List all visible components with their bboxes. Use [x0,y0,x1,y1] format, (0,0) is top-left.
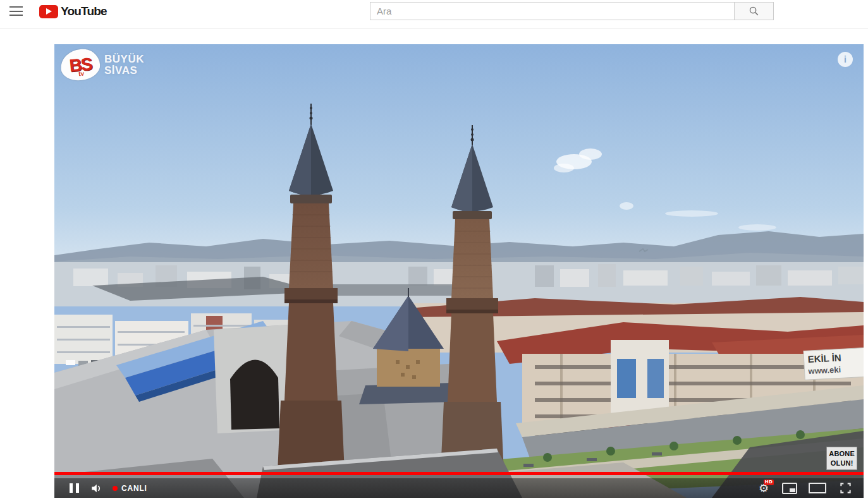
volume-icon [90,482,102,495]
player-controls: CANLI ⚙ HD [54,478,864,498]
search-icon [749,6,759,16]
volume-button[interactable] [85,478,107,498]
top-bar: YouTube [0,0,868,29]
progress-bar[interactable] [54,472,864,475]
miniplayer-button[interactable] [780,478,799,498]
channel-name: BÜYÜK SİVAS [104,54,144,76]
youtube-logo-text: YouTube [61,4,107,18]
channel-logo-icon: BS tv [59,47,101,81]
pause-icon [70,483,73,493]
fullscreen-icon [840,482,852,494]
youtube-logo[interactable]: YouTube [39,4,107,18]
video-scene: EKİL İN www.eki [54,44,864,498]
live-label: CANLI [121,484,147,493]
controls-right: ⚙ HD [755,478,855,498]
subscribe-badge: ABONE OLUN! [826,447,857,470]
hd-badge: HD [764,480,774,485]
youtube-play-icon [39,5,58,18]
youtube-page: YouTube [0,0,868,501]
fullscreen-button[interactable] [836,478,855,498]
live-dot-icon [113,486,118,491]
theater-mode-icon [809,483,826,493]
search-input[interactable] [370,2,735,20]
miniplayer-icon [782,483,797,494]
menu-icon[interactable] [9,6,23,16]
info-icon[interactable]: i [838,52,853,67]
settings-button[interactable]: ⚙ HD [755,478,772,498]
pause-button[interactable] [63,478,85,498]
svg-text:www.eki: www.eki [807,365,841,376]
search-button[interactable] [734,2,774,20]
live-indicator: CANLI [113,484,147,493]
channel-watermark[interactable]: BS tv BÜYÜK SİVAS [61,49,144,80]
video-player[interactable]: EKİL İN www.eki [54,44,864,498]
building-banner: EKİL İN www.eki [804,347,864,380]
theater-mode-button[interactable] [807,478,828,498]
search-form [370,2,774,20]
svg-text:EKİL İN: EKİL İN [807,352,841,365]
iwan-arch [230,359,279,430]
